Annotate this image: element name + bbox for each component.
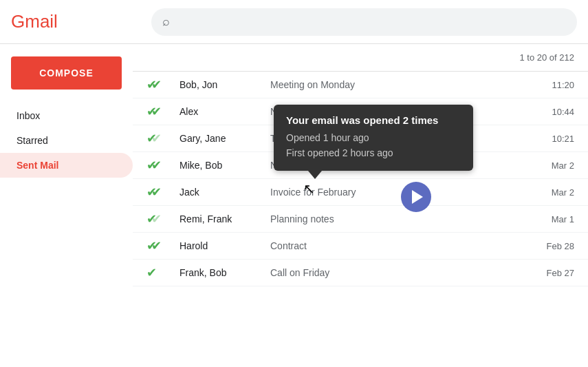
email-subject: Meeting on Monday [270,79,525,90]
tooltip-line2: First opened 2 hours ago [286,145,461,160]
email-time: 11:20 [533,80,574,90]
email-subject: Contract [270,240,525,251]
app-header: Gmail ⌕ [0,0,588,44]
sidebar-item-starred[interactable]: Starred [0,128,133,153]
pagination-info: 1 to 20 of 212 [133,44,588,72]
email-subject: Invoice for February [270,187,525,198]
email-sender: Frank, Bob [179,267,262,278]
email-sender: Remi, Frank [179,213,262,224]
gmail-logo: Gmail [11,11,135,32]
table-row[interactable]: ✔ Frank, Bob Call on Friday Feb 27 [133,260,588,286]
email-sender: Harold [179,240,262,251]
email-time: Mar 1 [533,214,574,224]
email-sender: Bob, Jon [179,79,262,90]
email-tracking-tooltip: Your email was opened 2 times Opened 1 h… [274,105,473,171]
email-time: Mar 2 [533,187,574,198]
search-bar[interactable]: ⌕ [151,8,577,36]
play-button[interactable] [401,182,431,212]
read-receipt-icon: ✔✔ [146,185,171,200]
email-subject: Planning notes [270,213,525,224]
table-row[interactable]: ✔✔ Harold Contract Feb 28 [133,233,588,260]
email-time: 10:44 [533,107,574,117]
play-icon [412,190,423,204]
email-sender: Alex [179,106,262,117]
main-layout: COMPOSE Inbox Starred Sent Mail 1 to 20 … [0,44,588,367]
compose-button[interactable]: COMPOSE [11,56,122,90]
search-icon: ⌕ [162,14,170,29]
email-content: 1 to 20 of 212 Your email was opened 2 t… [133,44,588,367]
read-receipt-icon: ✔✔ [146,238,171,253]
email-sender: Mike, Bob [179,160,262,171]
table-row[interactable]: ✔✔ Bob, Jon Meeting on Monday 11:20 [133,72,588,98]
table-row[interactable]: ✔✔ Remi, Frank Planning notes Mar 1 [133,206,588,233]
email-time: Feb 27 [533,268,574,278]
email-time: 10:21 [533,134,574,144]
email-time: Feb 28 [533,241,574,251]
read-receipt-icon: ✔✔ [146,211,171,227]
read-receipt-icon: ✔ [146,265,171,280]
tooltip-line1: Opened 1 hour ago [286,130,461,145]
sidebar-item-inbox[interactable]: Inbox [0,103,133,128]
table-row[interactable]: ✔✔ Jack Invoice for February Mar 2 [133,179,588,206]
email-list: ✔✔ Bob, Jon Meeting on Monday 11:20 ✔✔ A… [133,72,588,286]
email-sender: Jack [179,187,262,198]
read-receipt-icon: ✔✔ [146,131,171,146]
sidebar: COMPOSE Inbox Starred Sent Mail [0,44,133,367]
tooltip-title: Your email was opened 2 times [286,114,461,126]
read-receipt-icon: ✔✔ [146,77,171,92]
search-input[interactable] [177,16,566,28]
email-subject: Call on Friday [270,267,525,278]
read-receipt-icon: ✔✔ [146,104,171,119]
sidebar-item-sent[interactable]: Sent Mail [0,153,133,178]
email-sender: Gary, Jane [179,133,262,144]
email-time: Mar 2 [533,160,574,171]
read-receipt-icon: ✔✔ [146,158,171,173]
